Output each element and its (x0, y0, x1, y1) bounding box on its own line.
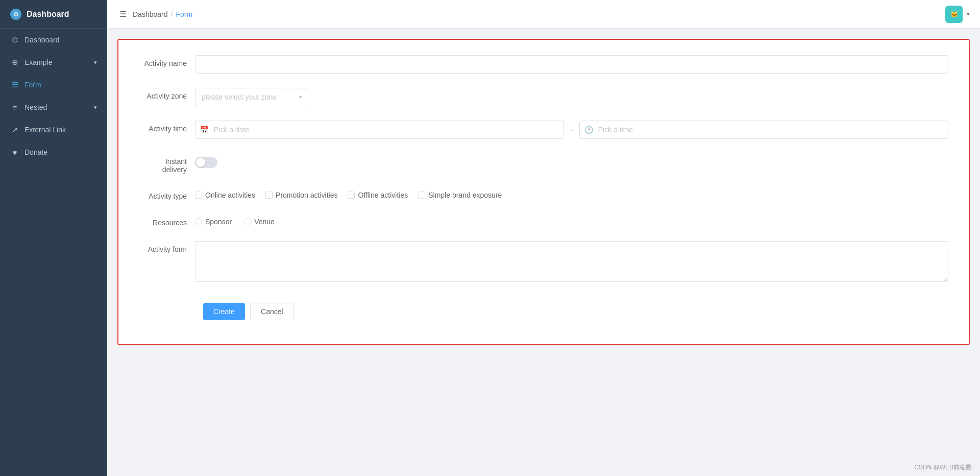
user-avatar[interactable]: 🐱 (945, 6, 963, 23)
radio-sponsor[interactable]: Sponsor (195, 218, 232, 226)
checkbox-promotion[interactable]: Promotion activities (265, 191, 337, 199)
activity-zone-row: Activity zone please select your zone Zo… (139, 88, 948, 106)
activity-name-row: Activity name (139, 55, 948, 74)
checkbox-box-promotion (265, 192, 273, 199)
external-link-nav-icon: ↗ (10, 125, 19, 134)
radio-circle-sponsor (195, 218, 202, 225)
resources-label: Resources (139, 215, 195, 227)
resources-control: Sponsor Venue (195, 215, 948, 226)
sidebar-item-label: Example (24, 58, 52, 66)
chevron-down-icon: ▾ (94, 59, 97, 66)
sidebar-logo-label: Dashboard (27, 10, 69, 19)
donate-nav-icon: ♥ (10, 148, 19, 157)
instant-delivery-row: Instant delivery (139, 153, 948, 174)
toggle-knob (196, 158, 205, 167)
activity-form-control (195, 241, 948, 283)
dashboard-nav-icon: ⊙ (10, 35, 19, 44)
user-dropdown-arrow[interactable]: ▾ (967, 11, 970, 17)
datetime-row: 📅 - 🕐 (195, 121, 948, 139)
checkbox-online[interactable]: Online activities (195, 191, 255, 199)
breadcrumb-separator: / (171, 10, 173, 18)
checkbox-label-promotion: Promotion activities (276, 191, 337, 199)
topbar-right: 🐱 ▾ (945, 6, 970, 23)
activity-name-control (195, 55, 948, 74)
time-input-wrapper: 🕐 (579, 121, 948, 139)
nested-nav-icon: ≡ (10, 103, 19, 112)
sidebar-item-label: Dashboard (24, 36, 60, 44)
activity-zone-select[interactable]: please select your zone Zone AZone BZone… (195, 88, 307, 106)
sidebar-item-external-link[interactable]: ↗ External Link (0, 118, 107, 141)
activity-time-label: Activity time (139, 121, 195, 133)
radio-label-sponsor: Sponsor (205, 218, 232, 226)
create-button[interactable]: Create (203, 303, 245, 320)
activity-type-row: Activity type Online activities Promotio… (139, 188, 948, 200)
footer-watermark: CSDN @WEB前端圈 (107, 459, 980, 476)
sidebar-item-label: External Link (24, 126, 66, 134)
breadcrumb-home[interactable]: Dashboard (133, 10, 168, 18)
checkbox-brand[interactable]: Simple brand exposure (418, 191, 502, 199)
cancel-button[interactable]: Cancel (250, 303, 294, 320)
sidebar-item-donate[interactable]: ♥ Donate (0, 141, 107, 163)
main-content: ☰ Dashboard / Form 🐱 ▾ Activity name (107, 0, 980, 476)
radio-label-venue: Venue (254, 218, 275, 226)
topbar-left: ☰ Dashboard / Form (117, 7, 192, 21)
dashboard-icon: ⊙ (10, 9, 21, 20)
activity-name-label: Activity name (139, 55, 195, 67)
checkbox-label-offline: Offline activities (358, 191, 408, 199)
example-nav-icon: ⊕ (10, 58, 19, 67)
sidebar-item-example[interactable]: ⊕ Example ▾ (0, 51, 107, 74)
activity-time-row: Activity time 📅 - 🕐 (139, 121, 948, 139)
checkbox-label-online: Online activities (205, 191, 255, 199)
sidebar-item-label: Donate (24, 148, 47, 156)
menu-toggle-icon[interactable]: ☰ (117, 7, 129, 21)
resources-row: Resources Sponsor Venue (139, 215, 948, 227)
sidebar-item-label: Form (24, 81, 41, 89)
checkbox-box-brand (418, 192, 425, 199)
activity-form-row: Activity form (139, 241, 948, 283)
breadcrumb: Dashboard / Form (133, 10, 192, 18)
dash-separator: - (570, 125, 573, 134)
activity-type-control: Online activities Promotion activities O… (195, 188, 948, 199)
checkbox-label-brand: Simple brand exposure (428, 191, 502, 199)
topbar: ☰ Dashboard / Form 🐱 ▾ (107, 0, 980, 29)
checkbox-box-online (195, 192, 202, 199)
radio-circle-venue (244, 218, 251, 225)
content-area: Activity name Activity zone please selec… (107, 29, 980, 459)
activity-time-control: 📅 - 🕐 (195, 121, 948, 139)
date-picker-input[interactable] (195, 121, 564, 139)
date-input-wrapper: 📅 (195, 121, 564, 139)
sidebar-item-form[interactable]: ☰ Form (0, 74, 107, 96)
button-row: Create Cancel (203, 298, 948, 320)
sidebar: ⊙ Dashboard ⊙ Dashboard ⊕ Example ▾ ☰ Fo… (0, 0, 107, 476)
time-picker-input[interactable] (579, 121, 948, 139)
activity-form-textarea[interactable] (195, 241, 948, 282)
radio-venue[interactable]: Venue (244, 218, 275, 226)
instant-delivery-toggle[interactable] (195, 157, 217, 168)
activity-zone-label: Activity zone (139, 88, 195, 100)
activity-type-label: Activity type (139, 188, 195, 200)
checkbox-offline[interactable]: Offline activities (348, 191, 408, 199)
sidebar-logo: ⊙ Dashboard (0, 0, 107, 29)
sidebar-item-label: Nested (24, 103, 47, 111)
sidebar-item-nested[interactable]: ≡ Nested ▾ (0, 96, 107, 118)
checkbox-box-offline (348, 192, 355, 199)
activity-name-input[interactable] (195, 55, 948, 74)
resources-radio-group: Sponsor Venue (195, 215, 948, 226)
activity-form-label: Activity form (139, 241, 195, 253)
calendar-icon: 📅 (200, 126, 209, 134)
form-nav-icon: ☰ (10, 80, 19, 89)
instant-delivery-label: Instant delivery (139, 153, 195, 174)
clock-icon: 🕐 (584, 126, 593, 134)
breadcrumb-current: Form (176, 10, 192, 18)
activity-zone-select-wrapper: please select your zone Zone AZone BZone… (195, 88, 307, 106)
sidebar-item-dashboard[interactable]: ⊙ Dashboard (0, 29, 107, 51)
chevron-down-icon: ▾ (94, 104, 97, 111)
instant-delivery-control (195, 153, 948, 168)
activity-zone-control: please select your zone Zone AZone BZone… (195, 88, 948, 106)
activity-type-checkbox-group: Online activities Promotion activities O… (195, 188, 948, 199)
form-card: Activity name Activity zone please selec… (117, 39, 970, 345)
